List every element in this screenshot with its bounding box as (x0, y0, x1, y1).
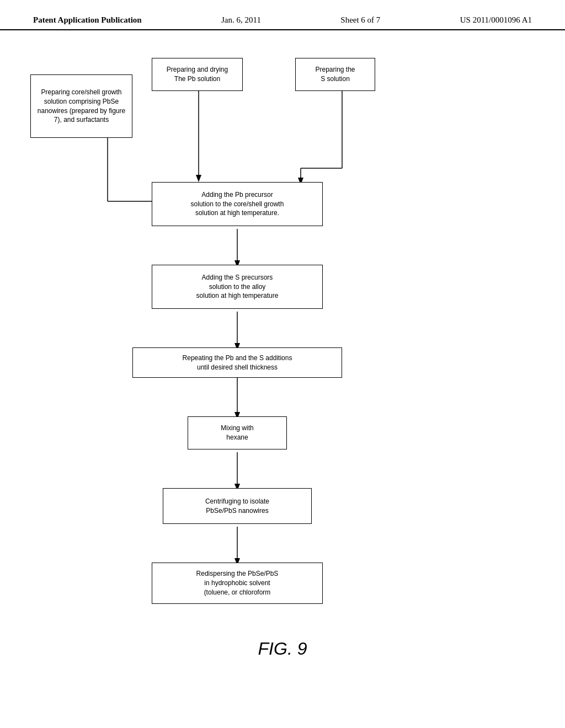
page-header: Patent Application Publication Jan. 6, 2… (0, 0, 565, 30)
diagram-area: Preparing core/shell growth solution com… (0, 30, 565, 692)
publication-date: Jan. 6, 2011 (221, 15, 261, 25)
redispersing-box: Redispersing the PbSe/PbS in hydrophobic… (152, 563, 323, 604)
core-shell-box: Preparing core/shell growth solution com… (30, 74, 132, 138)
svg-marker-1 (196, 175, 201, 182)
centrifuging-box: Centrifuging to isolate PbSe/PbS nanowir… (163, 488, 312, 524)
add-s-box: Adding the S precursors solution to the … (152, 265, 323, 309)
add-pb-box: Adding the Pb precursor solution to the … (152, 182, 323, 226)
sheet-info: Sheet 6 of 7 (340, 15, 380, 25)
patent-number: US 2011/0001096 A1 (460, 15, 532, 25)
pb-solution-box: Preparing and drying The Pb solution (152, 58, 243, 91)
figure-label: FIG. 9 (0, 639, 565, 659)
publication-title: Patent Application Publication (33, 15, 142, 25)
repeat-box: Repeating the Pb and the S additions unt… (132, 347, 342, 378)
s-solution-box: Preparing the S solution (295, 58, 375, 91)
mixing-box: Mixing with hexane (188, 416, 287, 449)
